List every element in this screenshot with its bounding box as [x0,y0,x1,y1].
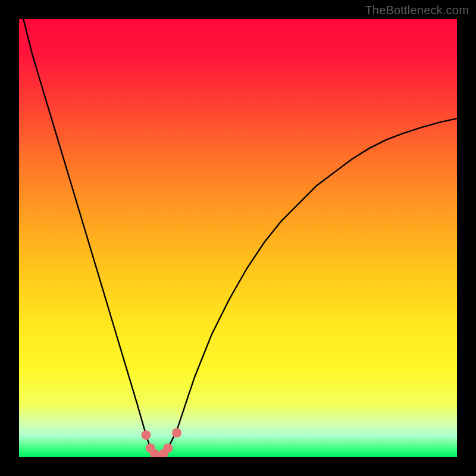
plot-area [19,19,457,457]
chart-svg [19,19,457,457]
optimal-range-markers [141,428,181,457]
optimal-marker-0 [141,430,151,440]
watermark-label: TheBottleneck.com [365,4,469,17]
bottleneck-curve [23,19,457,457]
optimal-marker-5 [163,443,173,453]
bottleneck-curve-path [23,19,457,457]
optimal-marker-6 [172,428,181,438]
chart-frame: TheBottleneck.com [0,0,476,476]
